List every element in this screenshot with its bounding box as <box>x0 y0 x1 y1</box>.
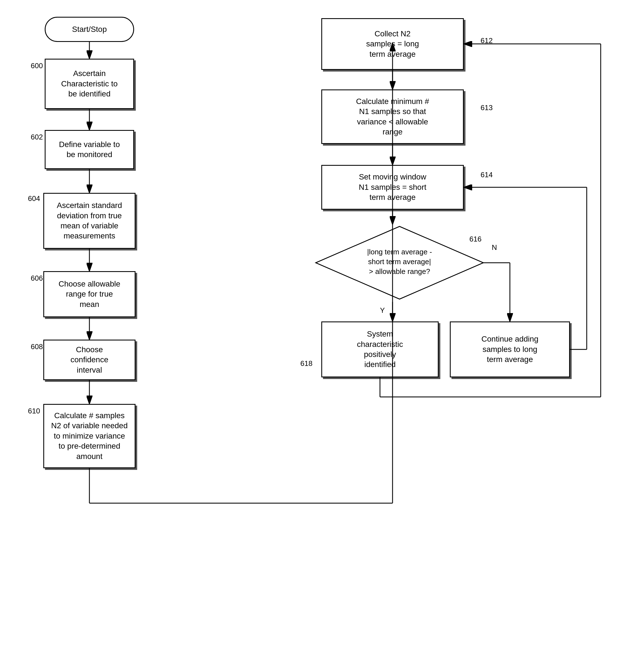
svg-text:short term average|: short term average| <box>368 258 431 266</box>
diamond-616: |long term average - short term average|… <box>307 224 492 302</box>
node-604: Ascertain standarddeviation from truemea… <box>43 193 136 249</box>
node-614-label: Set moving windowN1 samples = shortterm … <box>359 172 426 202</box>
node-613-label: Calculate minimum #N1 samples so thatvar… <box>356 96 429 137</box>
start-stop-label: Start/Stop <box>72 25 107 34</box>
node-608-label: Chooseconfidenceinterval <box>71 345 108 375</box>
node-620: Continue addingsamples to longterm avera… <box>450 321 570 377</box>
ref-614: 614 <box>481 171 492 179</box>
node-620-label: Continue addingsamples to longterm avera… <box>482 334 539 364</box>
ref-602: 602 <box>31 133 43 141</box>
node-602-label: Define variable tobe monitored <box>59 139 120 160</box>
ref-618: 618 <box>300 359 312 368</box>
ref-613: 613 <box>481 103 492 112</box>
node-610: Calculate # samplesN2 of variable needed… <box>43 404 136 468</box>
node-618: Systemcharacteristicpositivelyidentified <box>321 321 438 377</box>
svg-text:> allowable range?: > allowable range? <box>369 267 430 276</box>
node-600-label: AscertainCharacteristic tobe identified <box>61 69 118 99</box>
node-613: Calculate minimum #N1 samples so thatvar… <box>321 90 464 144</box>
ref-604: 604 <box>28 194 40 203</box>
ref-608: 608 <box>31 342 43 351</box>
y-label: Y <box>380 306 385 315</box>
node-600: AscertainCharacteristic tobe identified <box>45 59 134 109</box>
node-608: Chooseconfidenceinterval <box>43 340 136 380</box>
n-label: N <box>492 243 497 252</box>
node-606-label: Choose allowablerange for truemean <box>58 279 120 309</box>
node-612: Collect N2samples = longterm average <box>321 18 464 70</box>
ref-612: 612 <box>481 36 492 45</box>
node-606: Choose allowablerange for truemean <box>43 271 136 317</box>
node-614: Set moving windowN1 samples = shortterm … <box>321 165 464 210</box>
flowchart: Start/Stop 600 AscertainCharacteristic t… <box>0 0 644 665</box>
ref-606: 606 <box>31 274 43 283</box>
node-612-label: Collect N2samples = longterm average <box>366 29 419 59</box>
start-stop-node: Start/Stop <box>45 17 134 42</box>
node-604-label: Ascertain standarddeviation from truemea… <box>57 201 122 241</box>
node-618-label: Systemcharacteristicpositivelyidentified <box>357 329 403 370</box>
ref-610: 610 <box>28 407 40 415</box>
node-610-label: Calculate # samplesN2 of variable needed… <box>51 411 128 461</box>
ref-600: 600 <box>31 61 43 70</box>
svg-text:|long term average -: |long term average - <box>367 248 432 256</box>
node-602: Define variable tobe monitored <box>45 130 134 169</box>
